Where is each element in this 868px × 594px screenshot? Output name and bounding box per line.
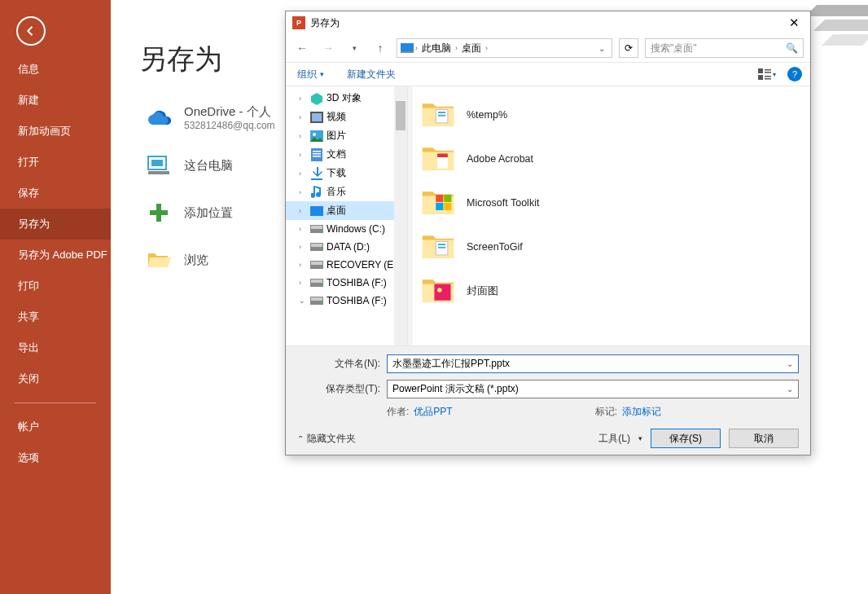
svg-rect-10 xyxy=(758,75,763,80)
save-button[interactable]: 保存(S) xyxy=(651,429,721,448)
sidebar-item[interactable]: 打开 xyxy=(0,147,111,178)
sidebar-item[interactable]: 另存为 xyxy=(0,209,111,240)
nav-up[interactable]: ↑ xyxy=(370,38,390,58)
author-value[interactable]: 优品PPT xyxy=(414,406,452,417)
chevron-icon: › xyxy=(299,207,307,215)
svg-rect-12 xyxy=(765,78,771,80)
tree-item[interactable]: ⌄TOSHIBA (F:) xyxy=(286,292,407,310)
svg-rect-23 xyxy=(310,206,323,216)
filetype-dropdown[interactable]: ⌄ xyxy=(787,385,793,394)
new-folder-button[interactable]: 新建文件夹 xyxy=(344,65,399,84)
file-item[interactable]: ScreenToGif xyxy=(421,225,802,269)
close-button[interactable]: ✕ xyxy=(781,11,807,34)
svg-rect-34 xyxy=(311,279,322,283)
svg-rect-15 xyxy=(312,113,322,121)
drive-icon xyxy=(310,294,323,307)
svg-rect-18 xyxy=(311,148,322,161)
folder-tree[interactable]: ›3D 对象›视频›图片›文档›下载›音乐›桌面›Windows (C:)›DA… xyxy=(286,86,408,345)
download-icon xyxy=(310,167,323,180)
cancel-button[interactable]: 取消 xyxy=(729,429,799,448)
sidebar-item[interactable]: 选项 xyxy=(0,442,111,473)
svg-rect-1 xyxy=(151,160,163,166)
tree-item-label: TOSHIBA (F:) xyxy=(327,277,387,288)
filename-dropdown[interactable]: ⌄ xyxy=(787,359,793,368)
back-button[interactable] xyxy=(16,16,46,46)
nav-recent[interactable]: ▾ xyxy=(344,38,364,58)
svg-point-17 xyxy=(313,133,316,136)
file-item[interactable]: Adobe Acrobat xyxy=(421,137,802,181)
file-list[interactable]: %temp%Adobe AcrobatMicrosoft ToolkitScre… xyxy=(413,86,810,345)
sidebar-item[interactable]: 导出 xyxy=(0,332,111,363)
tree-item-label: TOSHIBA (F:) xyxy=(327,295,387,306)
tags-value[interactable]: 添加标记 xyxy=(622,406,661,417)
nav-forward[interactable]: → xyxy=(318,38,338,58)
sidebar-item[interactable]: 保存 xyxy=(0,178,111,209)
tree-item[interactable]: ›音乐 xyxy=(286,183,407,201)
svg-rect-25 xyxy=(311,226,322,229)
scrollbar-thumb[interactable] xyxy=(396,101,406,130)
tree-item[interactable]: ›图片 xyxy=(286,126,407,145)
folder-icon xyxy=(421,230,455,264)
sidebar-item[interactable]: 共享 xyxy=(0,301,111,332)
nav-back[interactable]: ← xyxy=(292,38,312,58)
address-bar[interactable]: › 此电脑 › 桌面 › ⌄ xyxy=(397,38,612,58)
svg-rect-45 xyxy=(444,195,451,202)
hide-folders-toggle[interactable]: ⌃ 隐藏文件夹 xyxy=(297,432,356,446)
tree-item[interactable]: ›DATA (D:) xyxy=(286,238,407,256)
sidebar-item[interactable]: 新建 xyxy=(0,85,111,116)
svg-point-26 xyxy=(320,231,322,232)
file-item[interactable]: 封面图 xyxy=(421,269,802,313)
sidebar-item[interactable]: 打印 xyxy=(0,271,111,301)
tree-item-label: 音乐 xyxy=(327,185,346,199)
tree-item[interactable]: ›3D 对象 xyxy=(286,89,407,108)
refresh-button[interactable]: ⟳ xyxy=(619,38,638,58)
search-placeholder: 搜索"桌面" xyxy=(651,42,697,55)
search-input[interactable]: 搜索"桌面" 🔍 xyxy=(645,38,804,58)
view-button[interactable]: ▾ xyxy=(753,65,781,83)
place-label: 添加位置 xyxy=(184,205,233,221)
file-item[interactable]: Microsoft Toolkit xyxy=(421,181,802,225)
svg-rect-9 xyxy=(765,72,771,73)
folder-icon xyxy=(421,98,455,132)
chevron-icon: › xyxy=(299,225,307,233)
chevron-icon: › xyxy=(299,95,307,103)
svg-marker-13 xyxy=(311,93,322,105)
tree-item[interactable]: ›Windows (C:) xyxy=(286,220,407,238)
sidebar-item[interactable]: 新加动画页 xyxy=(0,116,111,147)
filetype-field[interactable]: PowerPoint 演示文稿 (*.pptx) ⌄ xyxy=(387,380,799,398)
path-dropdown[interactable]: ⌄ xyxy=(595,44,608,53)
chevron-icon: › xyxy=(299,169,307,178)
tags-label: 标记: xyxy=(595,406,617,417)
sidebar-item[interactable]: 信息 xyxy=(0,54,111,85)
chevron-icon: › xyxy=(299,132,307,140)
folder-open-icon xyxy=(146,247,172,273)
chevron-icon: › xyxy=(299,151,307,159)
svg-rect-40 xyxy=(438,112,445,113)
organize-button[interactable]: 组织 ▾ xyxy=(294,65,327,84)
tree-item[interactable]: ›桌面 xyxy=(286,201,407,220)
svg-rect-50 xyxy=(438,247,445,249)
filename-input[interactable] xyxy=(392,359,787,370)
chevron-icon: › xyxy=(299,279,307,287)
svg-rect-46 xyxy=(436,203,443,210)
help-button[interactable]: ? xyxy=(787,67,802,81)
filename-field[interactable]: ⌄ xyxy=(387,354,799,373)
sidebar-item[interactable]: 关闭 xyxy=(0,363,111,394)
file-item[interactable]: %temp% xyxy=(421,93,802,137)
path-segment[interactable]: 此电脑 xyxy=(419,42,454,55)
tools-button[interactable]: 工具(L) ▾ xyxy=(598,432,642,446)
tree-item[interactable]: ›视频 xyxy=(286,108,407,126)
drive-icon xyxy=(310,258,323,271)
svg-point-29 xyxy=(320,249,322,250)
tree-item[interactable]: ›下载 xyxy=(286,164,407,183)
tree-item-label: Windows (C:) xyxy=(327,223,385,235)
sidebar-item[interactable]: 另存为 Adobe PDF xyxy=(0,240,111,271)
tree-item[interactable]: ›文档 xyxy=(286,145,407,164)
sidebar-item[interactable]: 帐户 xyxy=(0,411,111,442)
path-segment[interactable]: 桌面 xyxy=(459,42,484,55)
tree-item[interactable]: ›TOSHIBA (F:) xyxy=(286,274,407,292)
svg-rect-20 xyxy=(313,153,321,155)
filetype-value: PowerPoint 演示文稿 (*.pptx) xyxy=(392,382,519,396)
file-label: ScreenToGif xyxy=(467,241,523,253)
tree-item[interactable]: ›RECOVERY (E:) xyxy=(286,256,407,274)
